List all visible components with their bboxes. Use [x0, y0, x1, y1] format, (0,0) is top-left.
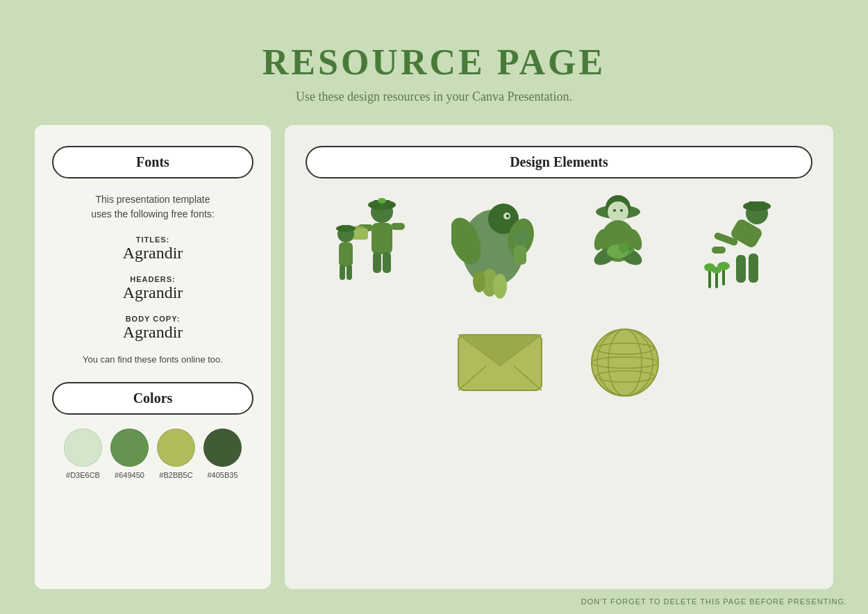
right-panel: Design Elements: [285, 125, 833, 589]
svg-point-25: [493, 274, 507, 299]
font-name-headers: Agrandir: [52, 283, 253, 302]
page-subtitle: Use these design resources in your Canva…: [262, 90, 606, 104]
swatch-1: #D3E6CB: [64, 429, 102, 479]
figure-creature-child: [451, 192, 549, 304]
main-content: Fonts This presentation template uses th…: [35, 125, 833, 589]
svg-rect-5: [391, 223, 405, 230]
svg-point-38: [619, 243, 628, 253]
svg-rect-14: [340, 265, 345, 280]
svg-point-54: [717, 262, 730, 270]
svg-rect-48: [712, 247, 726, 254]
color-hex-1: #D3E6CB: [66, 471, 100, 479]
font-label-titles: TITLES:: [52, 235, 253, 244]
color-swatches: #D3E6CB #649450 #B2BB5C #405B35: [52, 429, 253, 479]
svg-point-27: [512, 229, 529, 246]
colors-section: Colors #D3E6CB #649450 #B2BB5C #405B35: [52, 382, 253, 479]
footer-note: DON'T FORGET TO DELETE THIS PAGE BEFORE …: [0, 589, 868, 614]
colors-title: Colors: [133, 390, 173, 406]
font-entry-body: BODY COPY: Agrandir: [52, 315, 253, 342]
font-name-titles: Agrandir: [52, 244, 253, 263]
svg-rect-6: [373, 252, 381, 273]
color-circle-1: [64, 429, 102, 467]
left-panel: Fonts This presentation template uses th…: [35, 125, 271, 589]
envelope-icon: [455, 331, 545, 394]
font-entry-titles: TITLES: Agrandir: [52, 235, 253, 263]
svg-point-17: [378, 198, 386, 204]
fonts-header-box: Fonts: [52, 146, 253, 179]
font-label-body: BODY COPY:: [52, 315, 253, 323]
svg-rect-45: [736, 255, 746, 283]
svg-rect-12: [341, 225, 351, 230]
color-hex-2: #649450: [115, 471, 144, 479]
font-name-body: Agrandir: [52, 323, 253, 342]
svg-rect-7: [383, 252, 391, 273]
globe-icon: [587, 324, 663, 401]
font-entry-headers: HEADERS: Agrandir: [52, 275, 253, 302]
color-hex-3: #B2BB5C: [159, 471, 192, 479]
color-circle-2: [110, 429, 149, 467]
svg-rect-46: [749, 254, 758, 283]
svg-rect-15: [347, 265, 352, 280]
svg-point-33: [620, 209, 623, 212]
svg-rect-3: [372, 223, 392, 254]
swatch-4: #405B35: [203, 429, 242, 479]
colors-header-box: Colors: [52, 382, 253, 415]
find-fonts-text: You can find these fonts online too.: [52, 354, 253, 365]
figures-row: [306, 192, 812, 304]
icons-row: [306, 324, 812, 401]
svg-point-26: [473, 270, 485, 292]
svg-rect-43: [749, 201, 765, 207]
figure-gardener: [694, 192, 792, 304]
svg-point-59: [592, 329, 658, 396]
swatch-3: #B2BB5C: [157, 429, 195, 479]
figure-girl-animal: [576, 192, 667, 304]
swatch-2: #649450: [110, 429, 149, 479]
svg-point-21: [506, 215, 509, 217]
design-elements-header-box: Design Elements: [306, 146, 812, 179]
page-title: RESOURCE PAGE: [262, 42, 606, 83]
figure-adult-child: [326, 192, 424, 304]
svg-rect-13: [339, 242, 353, 267]
color-circle-4: [203, 429, 242, 467]
design-elements-title: Design Elements: [510, 154, 608, 169]
fonts-description: This presentation template uses the foll…: [52, 192, 253, 222]
color-circle-3: [157, 429, 195, 467]
fonts-title: Fonts: [136, 154, 169, 169]
svg-point-31: [608, 201, 628, 222]
svg-point-32: [613, 209, 616, 212]
svg-rect-28: [514, 245, 526, 265]
color-hex-4: #405B35: [207, 471, 237, 479]
font-label-headers: HEADERS:: [52, 275, 253, 283]
